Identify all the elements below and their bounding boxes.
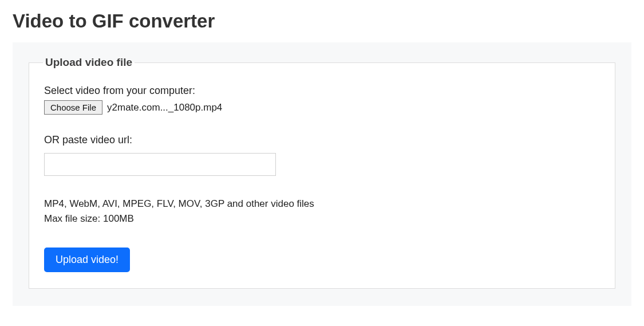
- upload-legend: Upload video file: [43, 56, 135, 69]
- video-url-input[interactable]: [44, 153, 276, 176]
- file-chooser-row: Choose File y2mate.com..._1080p.mp4: [44, 100, 600, 115]
- choose-file-button[interactable]: Choose File: [44, 100, 102, 115]
- upload-video-button[interactable]: Upload video!: [44, 248, 130, 272]
- page-title: Video to GIF converter: [13, 10, 631, 32]
- url-label: OR paste video url:: [44, 134, 600, 146]
- main-panel: Upload video file Select video from your…: [13, 42, 631, 306]
- supported-formats-text: MP4, WebM, AVI, MPEG, FLV, MOV, 3GP and …: [44, 197, 600, 211]
- max-size-text: Max file size: 100MB: [44, 211, 600, 226]
- select-video-label: Select video from your computer:: [44, 85, 600, 97]
- selected-file-name: y2mate.com..._1080p.mp4: [107, 102, 222, 113]
- upload-fieldset: Upload video file Select video from your…: [29, 56, 615, 289]
